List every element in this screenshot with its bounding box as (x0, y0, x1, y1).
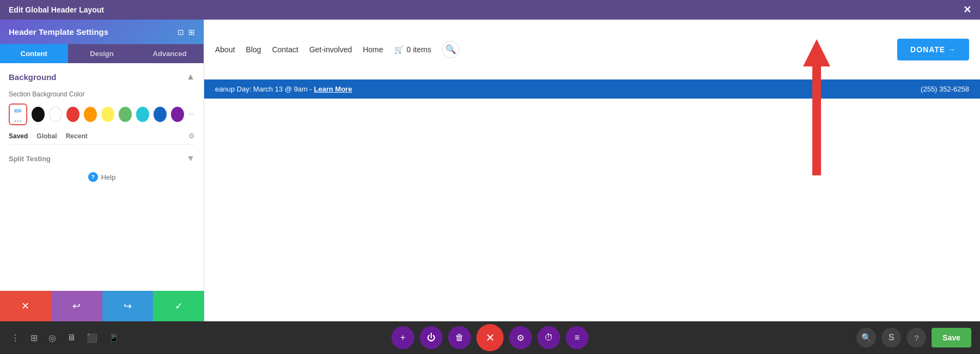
search-box[interactable]: 🔍 (442, 41, 460, 58)
redo-button[interactable]: ↪ (102, 291, 154, 321)
settings-button[interactable]: ⚙ (509, 326, 532, 349)
toolbar-right-search-icon[interactable]: 🔍 (856, 328, 876, 347)
toolbar-grid-icon[interactable]: ⊞ (28, 331, 40, 345)
tab-content[interactable]: Content (0, 44, 68, 63)
swatch-black[interactable] (32, 107, 45, 122)
nav-link-blog[interactable]: Blog (246, 45, 261, 54)
panel-icon-2[interactable]: ⊞ (188, 28, 195, 36)
color-tab-gear-icon[interactable]: ⚙ (188, 132, 195, 140)
color-tabs: Saved Global Recent ⚙ (9, 132, 195, 140)
save-button-footer[interactable]: ✓ (153, 291, 204, 321)
eyedropper-icon: ✏ (14, 105, 22, 117)
announcement-text: eanup Day: March 13 @ 9am - Learn More (215, 85, 352, 93)
announcement-phone: (255) 352-6258 (921, 85, 969, 93)
panel-header-icons: ⊡ ⊞ (177, 28, 195, 36)
announcement-bar: eanup Day: March 13 @ 9am - Learn More (… (204, 80, 980, 99)
toolbar-left: ⋮ ⊞ ◎ 🖥 ⬛ 📱 (9, 331, 121, 345)
left-panel: Header Template Settings ⊡ ⊞ Content Des… (0, 20, 204, 321)
toolbar-right: 🔍 S ? Save (856, 328, 971, 347)
panel-title: Header Template Settings (9, 27, 108, 36)
color-picker-button[interactable]: ✏ ••• (9, 103, 27, 125)
toolbar-tablet-icon[interactable]: ⬛ (84, 331, 100, 345)
toolbar-mobile-icon[interactable]: 📱 (106, 331, 121, 345)
close-button[interactable]: ✕ (963, 4, 971, 16)
split-testing-label: Split Testing (9, 155, 51, 163)
undo-button[interactable]: ↩ (51, 291, 102, 321)
layout-button[interactable]: ≡ (566, 326, 589, 349)
toolbar-center: + ⏻ 🗑 ✕ ⚙ ⏱ ≡ (391, 324, 589, 351)
announcement-link[interactable]: Learn More (314, 85, 352, 93)
help-label: Help (101, 173, 116, 181)
swatch-yellow[interactable] (101, 107, 114, 122)
collapse-icon[interactable]: ▲ (186, 72, 195, 82)
swatch-blue[interactable] (154, 107, 167, 122)
timer-button[interactable]: ⏱ (537, 326, 560, 349)
close-button-footer[interactable]: ✕ (0, 291, 51, 321)
panel-footer: ✕ ↩ ↪ ✓ (0, 291, 204, 321)
color-swatches: ✏ ••• ✏ (9, 103, 195, 125)
swatch-edit-icon[interactable]: ✏ (188, 110, 195, 119)
cart-icon: 🛒 (394, 45, 403, 54)
cart-icon-area[interactable]: 🛒 0 items (394, 45, 431, 54)
tab-advanced[interactable]: Advanced (136, 44, 204, 63)
main-content: About Blog Contact Get-involved Home 🛒 0… (204, 20, 980, 321)
help-icon: ? (88, 172, 98, 182)
split-testing-section: Split Testing ▼ (9, 144, 195, 163)
nav-links: About Blog Contact Get-involved Home 🛒 0… (215, 41, 897, 58)
toolbar-right-s-icon[interactable]: S (881, 328, 901, 347)
split-testing-chevron-icon: ▼ (186, 154, 195, 163)
toolbar-search-icon[interactable]: ◎ (46, 331, 58, 345)
panel-header: Header Template Settings ⊡ ⊞ (0, 20, 204, 44)
redo-icon: ↪ (124, 300, 132, 312)
swatch-dots: ••• (14, 118, 22, 124)
swatch-white[interactable] (49, 107, 62, 122)
swatch-orange[interactable] (84, 107, 97, 122)
toolbar-desktop-icon[interactable]: 🖥 (65, 331, 78, 345)
title-bar: Edit Global Header Layout ✕ (0, 0, 980, 20)
tab-design[interactable]: Design (68, 44, 136, 63)
color-tab-global[interactable]: Global (36, 132, 57, 140)
svg-rect-1 (812, 66, 821, 175)
swatch-teal[interactable] (136, 107, 149, 122)
search-icon: 🔍 (445, 44, 456, 54)
panel-icon-1[interactable]: ⊡ (177, 28, 184, 36)
nav-link-about[interactable]: About (215, 45, 235, 54)
toolbar-menu-icon[interactable]: ⋮ (9, 331, 22, 345)
power-button[interactable]: ⏻ (420, 326, 443, 349)
bottom-toolbar: ⋮ ⊞ ◎ 🖥 ⬛ 📱 + ⏻ 🗑 ✕ ⚙ ⏱ ≡ 🔍 S ? Save (0, 321, 980, 354)
help-section[interactable]: ? Help (9, 163, 195, 191)
save-button[interactable]: Save (932, 328, 971, 347)
donate-button[interactable]: DONATE → (897, 39, 969, 60)
swatch-purple[interactable] (171, 107, 184, 122)
red-arrow (800, 39, 833, 188)
background-title: Background (9, 72, 57, 82)
color-tab-recent[interactable]: Recent (66, 132, 88, 140)
undo-icon: ↩ (72, 300, 81, 312)
toolbar-right-help-icon[interactable]: ? (906, 328, 926, 347)
header-preview: About Blog Contact Get-involved Home 🛒 0… (204, 20, 980, 80)
swatch-red[interactable] (66, 107, 79, 122)
nav-link-get-involved[interactable]: Get-involved (309, 45, 352, 54)
panel-body: Background ▲ Section Background Color ✏ … (0, 63, 204, 321)
close-center-button[interactable]: ✕ (476, 324, 504, 351)
add-button[interactable]: + (391, 326, 414, 349)
nav-link-home[interactable]: Home (363, 45, 383, 54)
svg-marker-0 (803, 39, 830, 66)
split-testing-header[interactable]: Split Testing ▼ (9, 154, 195, 163)
close-icon-footer: ✕ (21, 300, 29, 312)
nav-link-contact[interactable]: Contact (272, 45, 298, 54)
save-check-icon: ✓ (175, 300, 183, 312)
color-tab-saved[interactable]: Saved (9, 132, 28, 140)
title-bar-label: Edit Global Header Layout (9, 5, 104, 14)
swatch-green[interactable] (119, 107, 132, 122)
background-section-header: Background ▲ (9, 72, 195, 82)
panel-tabs: Content Design Advanced (0, 44, 204, 63)
delete-button[interactable]: 🗑 (448, 326, 471, 349)
cart-label: 0 items (407, 45, 431, 54)
color-section-label: Section Background Color (9, 90, 195, 98)
announcement-text-content: eanup Day: March 13 @ 9am - (215, 85, 312, 93)
